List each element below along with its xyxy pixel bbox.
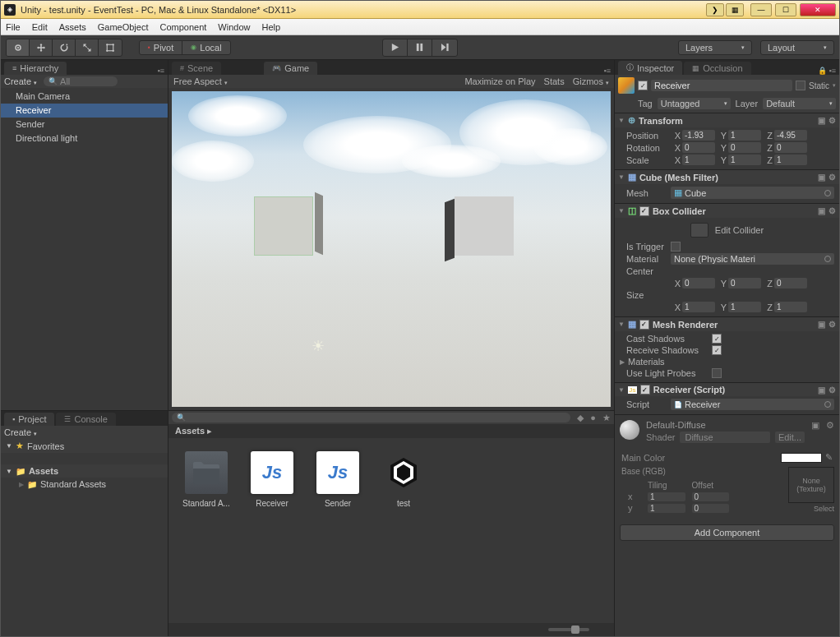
gear-icon[interactable]: ⚙ [828,385,836,395]
main-color-swatch[interactable] [781,453,822,463]
tiling-x[interactable]: 1 [648,492,685,501]
project-search[interactable]: 🔍 [172,413,570,422]
gear-icon[interactable]: ⚙ [828,116,836,125]
fold-icon[interactable]: ▼ [618,173,625,181]
rot-x-field[interactable]: 0 [682,142,715,153]
favorites-header[interactable]: ▼★Favorites [1,439,168,453]
menu-gameobject[interactable]: GameObject [98,22,149,32]
center-y[interactable]: 0 [728,278,761,288]
shader-edit-button[interactable]: Edit... [775,432,805,443]
rot-z-field[interactable]: 0 [774,142,807,153]
maximize-button[interactable]: ☐ [775,3,796,16]
cast-shadows-checkbox[interactable]: ✓ [712,334,722,344]
pivot-toggle[interactable]: ▪Pivot [140,41,182,54]
component-enabled-checkbox[interactable]: ✓ [640,385,650,395]
edit-collider-button[interactable] [690,223,708,238]
gameobject-name-field[interactable]: Receiver [651,80,792,91]
scl-y-field[interactable]: 1 [728,155,761,165]
hierarchy-item[interactable]: Receiver [1,104,168,118]
istrigger-checkbox[interactable] [671,242,681,252]
scl-x-field[interactable]: 1 [682,155,715,165]
menu-component[interactable]: Component [159,22,206,32]
phys-material-field[interactable]: None (Physic Materi [671,253,834,265]
help-icon[interactable]: ▣ [811,420,819,431]
filter-icon[interactable]: ★ [602,413,611,423]
asset-scene[interactable]: test [379,451,428,508]
menu-window[interactable]: Window [218,22,250,32]
component-enabled-checkbox[interactable]: ✓ [639,320,649,330]
help-icon[interactable]: ▣ [818,206,825,215]
menu-edit[interactable]: Edit [32,22,48,32]
tiling-y[interactable]: 1 [648,504,685,513]
texture-select[interactable]: Select [788,505,834,513]
asset-script[interactable]: JsSender [313,451,362,508]
local-toggle[interactable]: ◉Local [182,41,229,54]
materials-label[interactable]: Materials [626,357,665,367]
static-checkbox[interactable] [796,81,805,90]
shader-dropdown[interactable]: Diffuse [680,432,769,443]
scale-tool[interactable] [76,39,99,56]
scl-z-field[interactable]: 1 [774,155,807,165]
add-component-button[interactable]: Add Component [620,524,834,541]
minimize-button[interactable]: — [750,3,772,16]
standard-assets-folder[interactable]: ▶📁Standard Assets [1,478,168,491]
help-icon[interactable]: ▣ [818,173,825,182]
fold-icon[interactable]: ▼ [618,207,625,215]
pos-x-field[interactable]: -1.93 [682,130,715,141]
menu-assets[interactable]: Assets [59,22,86,32]
tab-occlusion[interactable]: ▦Occlusion [684,62,750,75]
move-tool[interactable] [30,39,53,56]
size-y[interactable]: 1 [728,302,761,312]
filter-icon[interactable]: ◆ [577,413,584,423]
static-dropdown[interactable]: ▾ [833,82,836,89]
assets-folder[interactable]: ▼📁Assets [1,464,168,478]
help-icon[interactable]: ▣ [818,320,825,329]
options-button[interactable]: ▦ [726,3,744,16]
maximize-toggle[interactable]: Maximize on Play [464,76,535,86]
aspect-dropdown[interactable]: Free Aspect ▾ [173,76,228,86]
layers-dropdown[interactable]: Layers▾ [678,40,752,55]
thumbnail-size-slider[interactable] [548,628,589,631]
project-create[interactable]: Create ▾ [4,427,37,437]
size-x[interactable]: 1 [682,302,715,312]
center-z[interactable]: 0 [774,278,807,288]
pos-y-field[interactable]: 1 [728,130,761,141]
hierarchy-item[interactable]: Directional light [1,132,168,145]
tab-project[interactable]: ▪Project [4,413,54,426]
menu-help[interactable]: Help [261,22,280,32]
tab-console[interactable]: ☰Console [56,413,115,426]
hand-tool[interactable] [7,39,30,56]
help-icon[interactable]: ▣ [818,116,825,125]
offset-y[interactable]: 0 [692,504,730,513]
layer-dropdown[interactable]: Default▾ [763,98,836,109]
lock-icon[interactable]: 🔒 ▪≡ [818,67,836,75]
rotate-tool[interactable] [53,39,76,56]
offset-x[interactable]: 0 [692,492,730,501]
component-enabled-checkbox[interactable]: ✓ [639,206,649,216]
rot-y-field[interactable]: 0 [728,142,761,153]
menu-file[interactable]: File [6,22,21,32]
gear-icon[interactable]: ⚙ [828,173,836,182]
step-button[interactable] [432,39,457,56]
tab-inspector[interactable]: ⓘInspector [618,61,682,75]
pos-z-field[interactable]: -4.95 [774,130,807,141]
stats-toggle[interactable]: Stats [544,76,565,86]
active-checkbox[interactable]: ✓ [638,81,648,90]
asset-script[interactable]: JsReceiver [247,451,297,508]
fold-icon[interactable]: ▼ [618,321,625,328]
fold-icon[interactable]: ▼ [618,386,625,394]
close-button[interactable]: ✕ [800,3,836,16]
size-z[interactable]: 1 [774,302,807,312]
tag-dropdown[interactable]: Untagged▾ [658,98,731,109]
hierarchy-create[interactable]: Create ▾ [4,76,37,86]
tab-hierarchy[interactable]: ≡Hierarchy [4,62,67,75]
receive-shadows-checkbox[interactable]: ✓ [712,345,722,355]
mesh-field[interactable]: ▦Cube [671,187,834,199]
asset-folder[interactable]: Standard A... [182,451,231,508]
help-button[interactable]: ❯ [706,3,724,16]
game-viewport[interactable]: ☀ [172,91,611,407]
tab-scene[interactable]: #Scene [172,62,221,75]
texture-slot[interactable]: None (Texture) [788,467,834,503]
layout-dropdown[interactable]: Layout▾ [760,40,834,55]
play-button[interactable] [383,39,408,56]
